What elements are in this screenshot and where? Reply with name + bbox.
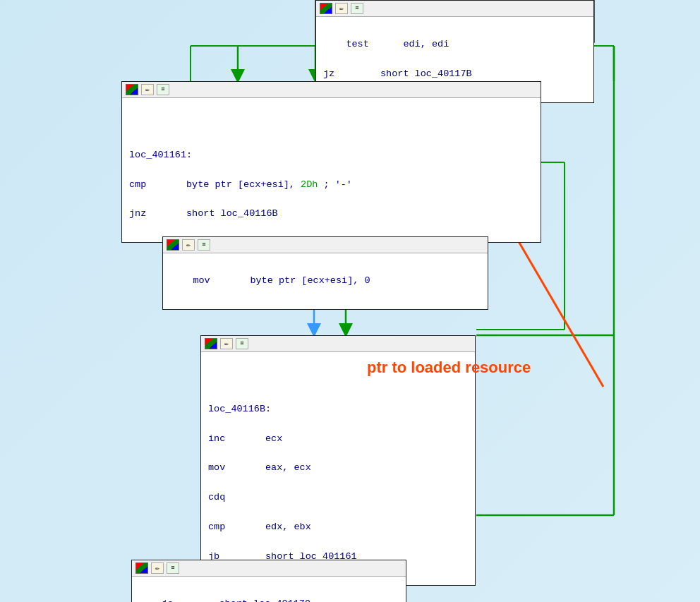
block-401161: ✏ ≡ loc_401161: cmp byte ptr [ecx+esi], …: [121, 81, 541, 243]
block-mov-toolbar: ✏ ≡: [163, 237, 488, 253]
list-icon-2: ≡: [157, 84, 169, 95]
b2-cmp: cmp edx, ebx: [208, 522, 311, 532]
b2-label: loc_40116B:: [208, 404, 271, 414]
block-401161-toolbar: ✏ ≡: [122, 82, 541, 98]
b2-mov: mov eax, ecx: [208, 462, 311, 473]
bottom-line: ja short loc_401179: [162, 598, 310, 602]
top-line1: test edi, edi: [346, 39, 449, 49]
top-line2: jz short loc_40117B: [323, 68, 472, 79]
block-40116B-toolbar: ✏ ≡: [201, 336, 475, 352]
pencil-icon-4: ✏: [220, 338, 233, 349]
top-block-toolbar: ✏ ≡: [316, 1, 593, 17]
list-icon-4: ≡: [236, 338, 248, 349]
b1-label: loc_401161:: [129, 150, 192, 160]
list-icon-3: ≡: [198, 239, 210, 251]
color-icon: [320, 3, 332, 14]
block-bottom-toolbar: ✏ ≡: [132, 560, 406, 577]
color-icon-2: [126, 84, 138, 95]
color-icon-4: [205, 338, 217, 349]
b2-blank: [208, 374, 214, 385]
annotation-text: ptr to loaded resource: [367, 359, 531, 377]
list-icon: ≡: [351, 3, 363, 14]
b2-inc: inc ecx: [208, 433, 282, 444]
list-icon-5: ≡: [167, 562, 179, 574]
b1-jnz: jnz short loc_40116B: [129, 208, 278, 219]
color-icon-3: [167, 239, 179, 251]
block-mov-content: mov byte ptr [ecx+esi], 0: [163, 253, 488, 309]
block-401161-content: loc_401161: cmp byte ptr [ecx+esi], 2Dh …: [122, 98, 541, 242]
block-40116B-content: loc_40116B: inc ecx mov eax, ecx cdq cmp…: [201, 352, 475, 585]
block-bottom: ✏ ≡ ja short loc_401179: [131, 560, 406, 602]
pencil-icon-5: ✏: [151, 562, 164, 574]
color-icon-5: [135, 562, 148, 574]
pencil-icon-2: ✏: [141, 84, 154, 95]
mov-line: mov byte ptr [ecx+esi], 0: [193, 275, 370, 286]
pencil-icon-3: ✏: [182, 239, 195, 251]
block-bottom-content: ja short loc_401179: [132, 577, 406, 602]
pencil-icon: ✏: [335, 3, 348, 14]
b1-cmp: cmp byte ptr [ecx+esi], 2Dh ; '-': [129, 179, 352, 190]
block-mov: ✏ ≡ mov byte ptr [ecx+esi], 0: [162, 236, 488, 310]
annotation-label: ptr to loaded resource: [367, 359, 531, 376]
b1-blank: [129, 120, 135, 131]
b2-cdq: cdq: [208, 492, 225, 502]
